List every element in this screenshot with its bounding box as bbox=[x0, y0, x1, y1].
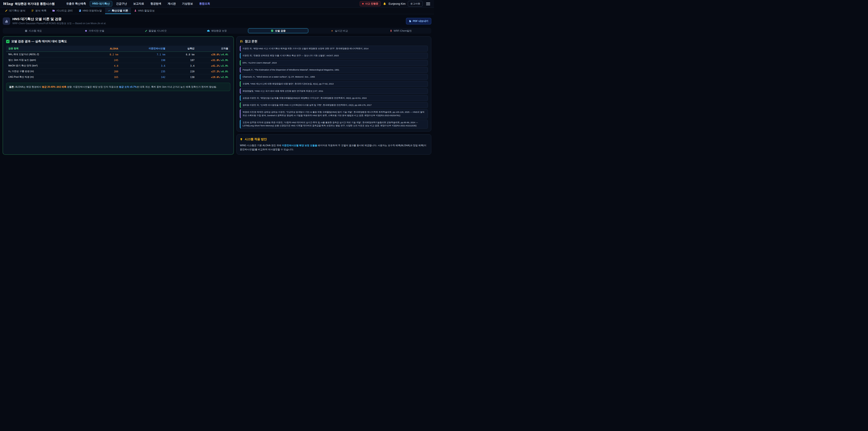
tab-gaussian-model[interactable]: 가우시안 모델 bbox=[64, 28, 125, 33]
bar-chart-icon bbox=[3, 18, 10, 25]
conclusion-note: 결론: ALOHA는 해양 환경에서 평균 20-40% 과대 예측 경향. 이… bbox=[6, 83, 230, 91]
subtab-hns-response-manual[interactable]: HNS 대응매뉴얼 bbox=[76, 8, 105, 14]
cell-measured: 220 bbox=[167, 69, 197, 74]
tab-model-validation[interactable]: 모델 검증 bbox=[248, 28, 308, 33]
rocket-icon bbox=[390, 29, 393, 32]
tab-label: 물질별 시나리오 bbox=[149, 29, 167, 33]
top-bar: Wing 해양환경 위기대응 통합시스템 유출유 확산예측 HNS·대기확산 긴… bbox=[0, 0, 434, 8]
cell-error: +20.6%/+4.4% bbox=[197, 52, 230, 57]
cell-error: +19.6%/+2.9% bbox=[197, 74, 230, 80]
cell-measured: 187 bbox=[167, 57, 197, 63]
reference-item[interactable]: 김정겸·이문진 외, “해양산업시설 배출 위험유해물질(HNS)의 해양확산 … bbox=[240, 95, 428, 101]
reference-item[interactable]: 이문진 외, “해양 HNS 사고 시 대기확산 예측을 위한 가우시안 모델의… bbox=[240, 45, 428, 52]
cell-item: 염소 1km 지점 농도 (ppm) bbox=[6, 57, 89, 63]
cell-item: NH₃ 최대 도달거리 (AEGL-2) bbox=[6, 52, 89, 57]
subtab-hns-substance-info[interactable]: HNS 물질정보 bbox=[131, 8, 157, 14]
tab-wrf-chem-evolution[interactable]: WRF-Chem발전 bbox=[370, 28, 431, 33]
nav-item-aerial-search[interactable]: 항공탐색 bbox=[148, 1, 164, 6]
tab-label: 가우시안 모델 bbox=[89, 29, 104, 33]
nav-item-integrated-search[interactable]: 통합조회 bbox=[197, 1, 213, 6]
topbar-right: 사고 진행중 Eunjeong Kim 로그아웃 bbox=[360, 1, 431, 6]
tab-label: 실시간 비교 bbox=[335, 29, 348, 33]
nav-item-board[interactable]: 게시판 bbox=[165, 1, 178, 6]
page-header: HNS 대기확산 모델 이론 및 검증 WRF-Chem·Gaussian Pl… bbox=[0, 14, 434, 27]
subtab-label: 시나리오 관리 bbox=[56, 9, 72, 12]
alert-dot-icon bbox=[362, 3, 364, 4]
nav-item-reports[interactable]: 보고자료 bbox=[131, 1, 147, 6]
sub-nav: 대기확산 분석 분석 목록 시나리오 관리 HNS 대응매뉴얼 확산모델 이론 … bbox=[0, 8, 434, 14]
subtab-label: HNS 대응매뉴얼 bbox=[83, 9, 102, 12]
cell-error: +31.0%/+5.9% bbox=[197, 57, 230, 63]
reference-item[interactable]: EPA, “ALOHA User's Manual”, 2024 bbox=[240, 60, 428, 66]
nav-item-weather-info[interactable]: 기상정보 bbox=[180, 1, 195, 6]
reference-item[interactable]: 유영복, “HNS 재난사고에 대한 해양경찰의 대응 방안”, 한국위기관리논… bbox=[240, 81, 428, 87]
system-application-title: 시스템 적용 방안 bbox=[240, 137, 428, 141]
system-application-text: WING 시스템은 기본 ALOHA 엔진 위에 이문진박사모델 해양 보정 모… bbox=[240, 144, 428, 152]
tab-label: 모델 검증 bbox=[275, 29, 285, 33]
document-icon bbox=[409, 20, 411, 22]
grid-icon bbox=[25, 30, 27, 32]
cell-error: +41.2%/+5.9% bbox=[197, 63, 230, 69]
cell-item: MeOH 증기 확산 면적 (km²) bbox=[6, 63, 89, 69]
nav-item-oil-spill-forecast[interactable]: 유출유 확산예측 bbox=[64, 1, 88, 6]
tab-label: WRF-Chem발전 bbox=[394, 29, 412, 33]
hamburger-menu-button[interactable] bbox=[425, 1, 431, 6]
reference-item[interactable]: 오진석·김주영·이득재·김용범·최준·이문진, “다항목 HNS 데이터의 실시… bbox=[240, 120, 428, 129]
subtab-diffusion-model-theory[interactable]: 확산모델 이론 bbox=[105, 8, 131, 14]
reference-item[interactable]: 이문진 외, “친환경 선박연료 해양 유출 시 대기확산 특성 연구 — 암모… bbox=[240, 53, 428, 59]
tab-realtime-comparison[interactable]: 실시간 비교 bbox=[309, 28, 370, 33]
reference-item[interactable]: 해양경찰청, “HNS 사고 국가 대비 대응 체제 선진화 방안 연구용역 최… bbox=[240, 88, 428, 94]
cloud-icon bbox=[207, 29, 210, 32]
table-row: H₂ 가연성 구름 반경 (m) 280 235 220 +27.3%/+6.8… bbox=[6, 69, 230, 74]
bell-icon[interactable] bbox=[383, 2, 386, 5]
cell-model: 198 bbox=[121, 57, 167, 63]
tab-marine-environment-correction[interactable]: 해양환경 보정 bbox=[187, 28, 247, 33]
tab-system-overview[interactable]: 시스템 개요 bbox=[3, 28, 64, 33]
model-validation-panel: 모델 검증 결과 — 실측 데이터 대비 정확도 검증 항목 ALOHA 이문진… bbox=[3, 36, 234, 155]
pdf-export-button[interactable]: PDF 내보내기 bbox=[406, 18, 431, 24]
table-header-row: 검증 항목 ALOHA 이문진박사모델 실측값 오차율 bbox=[6, 45, 230, 52]
table-row: LNG Pool 확산 직경 (m) 165 142 138 +19.6%/+2… bbox=[6, 74, 230, 80]
logout-button[interactable]: 로그아웃 bbox=[408, 1, 423, 6]
brand[interactable]: Wing 해양환경 위기대응 통합시스템 bbox=[3, 2, 55, 6]
incident-status-badge[interactable]: 사고 진행중 bbox=[360, 1, 381, 6]
system-application-title-text: 시스템 적용 방안 bbox=[245, 137, 267, 141]
reference-item[interactable]: Charnock, H., “Wind stress on a water su… bbox=[240, 74, 428, 80]
reference-item[interactable]: 박경애·이진경·박재진·김태성·김태승·이문진, “인공위성 원격탐사 기반 A… bbox=[240, 109, 428, 118]
pencil-icon bbox=[145, 30, 147, 32]
subtab-atmos-analysis[interactable]: 대기확산 분석 bbox=[2, 8, 28, 14]
cell-aloha: 165 bbox=[89, 74, 121, 80]
validation-panel-title: 모델 검증 결과 — 실측 데이터 대비 정확도 bbox=[6, 39, 230, 43]
pdf-export-label: PDF 내보내기 bbox=[413, 20, 428, 23]
col-header-item: 검증 항목 bbox=[6, 45, 89, 52]
reference-item[interactable]: Pasquill, F., “The Estimation of the Dis… bbox=[240, 67, 428, 73]
references-panel-title: 참고 문헌 bbox=[240, 39, 428, 43]
list-icon bbox=[31, 9, 34, 12]
lightbulb-icon bbox=[240, 138, 243, 141]
subtab-label: 분석 목록 bbox=[35, 9, 46, 12]
book-icon bbox=[79, 9, 81, 12]
tab-label: 시스템 개요 bbox=[29, 29, 42, 33]
flask-icon bbox=[134, 9, 137, 12]
table-row: NH₃ 최대 도달거리 (AEGL-2) 8.2 km 7.1 km 6.8 k… bbox=[6, 52, 230, 57]
nav-item-emergency-rescue[interactable]: 긴급구난 bbox=[114, 1, 129, 6]
cell-measured: 6.8 km bbox=[167, 52, 197, 57]
references-title-text: 참고 문헌 bbox=[245, 39, 257, 43]
reference-item[interactable]: 장하용·이문진 외, “신속한 의사결정을 위한 HNS 사고이력관리시스템 설… bbox=[240, 102, 428, 108]
table-row: 염소 1km 지점 농도 (ppm) 245 198 187 +31.0%/+5… bbox=[6, 57, 230, 63]
books-icon bbox=[240, 40, 243, 43]
subtab-scenario-management[interactable]: 시나리오 관리 bbox=[50, 8, 75, 14]
nav-item-hns-atmospheric[interactable]: HNS·대기확산 bbox=[90, 1, 112, 6]
validation-table: 검증 항목 ALOHA 이문진박사모델 실측값 오차율 NH₃ 최대 도달거리 … bbox=[6, 45, 230, 80]
tab-label: 해양환경 보정 bbox=[211, 29, 227, 33]
tab-substance-scenarios[interactable]: 물질별 시나리오 bbox=[126, 28, 186, 33]
pencil-icon bbox=[5, 9, 8, 12]
conclusion-highlight-error-range: 평균 오차 ±5-7% bbox=[119, 86, 137, 88]
wing-logo: Wing bbox=[3, 2, 13, 6]
references-panel: 참고 문헌 이문진 외, “해양 HNS 사고 시 대기확산 예측을 위한 가우… bbox=[237, 36, 431, 131]
subtab-analysis-list[interactable]: 분석 목록 bbox=[29, 8, 49, 14]
page-title: HNS 대기확산 모델 이론 및 검증 bbox=[12, 17, 106, 21]
cell-aloha: 245 bbox=[89, 57, 121, 63]
circle-icon bbox=[85, 30, 87, 32]
cell-error: +27.3%/+6.8% bbox=[197, 69, 230, 74]
